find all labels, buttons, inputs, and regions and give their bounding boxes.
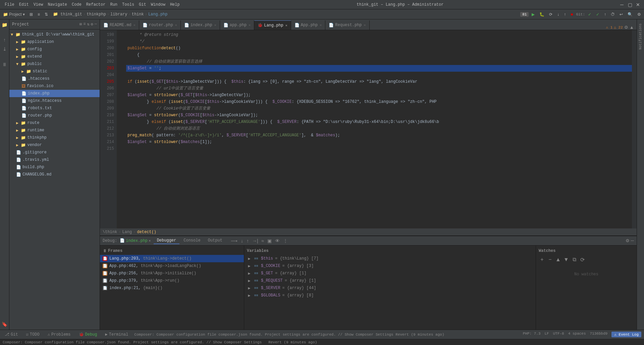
menu-edit[interactable]: Edit (17, 2, 31, 8)
git-rollback[interactable]: ↩ (618, 11, 625, 18)
watch-copy[interactable]: ⧉ (571, 256, 578, 263)
var-cookie-expand[interactable]: ▶ (247, 264, 252, 268)
debug-evaluate[interactable]: ≈ (261, 237, 265, 244)
settings-button[interactable]: ⚙ (636, 11, 643, 18)
tab-request-close[interactable]: ✕ (364, 23, 366, 27)
bottom-debug[interactable]: 🐞 Debug (77, 331, 99, 338)
frame-4[interactable]: 📄 index.php:21, {main}() (100, 284, 244, 292)
menu-code[interactable]: Code (70, 2, 84, 8)
tab-lang[interactable]: 🐞 Lang.php ✕ (254, 20, 291, 30)
panel-sort-icon[interactable]: ⇅ (87, 22, 89, 27)
search-everywhere[interactable]: 🔍 (626, 11, 634, 18)
tab-index-close[interactable]: ✕ (214, 23, 216, 27)
tab-readme-close[interactable]: ✕ (133, 23, 136, 27)
var-get-expand[interactable]: ▶ (247, 271, 252, 276)
menu-git[interactable]: Git (137, 2, 148, 8)
debug-close-icon[interactable]: ✕ (149, 238, 151, 243)
menu-tools[interactable]: Tools (120, 2, 136, 8)
menu-file[interactable]: File (3, 2, 16, 8)
tree-item[interactable]: ▶ 📁static (9, 68, 100, 75)
var-this-expand[interactable]: ▶ (247, 256, 252, 261)
editor-expand[interactable]: ▲ (630, 25, 634, 30)
debug-tab-debugger[interactable]: Debugger (154, 237, 180, 244)
code-line[interactable]: $langSet = strtolower($_COOKIE[$this->la… (126, 112, 632, 119)
frame-1[interactable]: 📄 App.php:462, think\App->loadLangPack() (100, 262, 244, 270)
tree-item[interactable]: ▼ 📁think_git D:\var\www\think_git (9, 31, 100, 38)
debug-step-out[interactable]: ↑ (246, 237, 250, 244)
breadcrumb-thinkphp[interactable]: thinkphp (87, 12, 106, 17)
tree-item[interactable]: 📄CHANGELOG.md (9, 171, 100, 178)
tree-item[interactable]: 📄index.php (9, 90, 100, 97)
var-server[interactable]: ▶ ≡≡ $_SERVER = {array} [44] (244, 284, 536, 292)
tree-item[interactable]: ▼ 📁public (9, 60, 100, 68)
tree-item[interactable]: 📄.htaccess (9, 75, 100, 82)
pull-requests-icon[interactable]: ⤓ (1, 45, 9, 53)
var-cookie[interactable]: ▶ ≡≡ $_COOKIE = {array} [3] (244, 262, 536, 270)
code-line[interactable]: preg_match( pattern: '/^([a-z\d\-]+)/i',… (126, 132, 632, 139)
panel-list-icon[interactable]: ≡ (83, 22, 86, 27)
var-request-expand[interactable]: ▶ (247, 278, 252, 283)
code-line[interactable]: $langSet = ''; (126, 65, 632, 72)
tab-router-close[interactable]: ✕ (175, 23, 177, 27)
tab-appphp-close[interactable]: ✕ (320, 23, 322, 27)
minimize-button[interactable]: ─ (619, 1, 625, 8)
watch-up[interactable]: ▲ (555, 256, 561, 263)
code-line[interactable]: // 自动侦测浏览器语言 (126, 125, 632, 132)
panel-minimize-icon[interactable]: ─ (95, 22, 97, 27)
breadcrumb-library[interactable]: library (110, 12, 127, 17)
tab-app-close[interactable]: ✕ (249, 23, 251, 27)
debug-watch-btn[interactable]: 👁 (274, 237, 281, 244)
panel-settings-icon[interactable]: ⚙ (91, 22, 93, 27)
tab-app[interactable]: 📄 app.php ✕ (220, 20, 254, 30)
breadcrumb-root[interactable]: 📁 think_git (53, 12, 82, 17)
frame-3[interactable]: 📄 App.php:379, think\App->run() (100, 277, 244, 284)
step-out-button[interactable]: ↑ (562, 11, 568, 18)
git-history[interactable]: ⏱ (609, 11, 616, 18)
tree-item[interactable]: ▶ 📁runtime (9, 127, 100, 134)
close-button[interactable]: ✕ (635, 1, 641, 8)
tab-request[interactable]: 📄 Request.php ✕ (325, 20, 369, 30)
panel-expand-icon[interactable]: ⊞ (79, 22, 82, 27)
code-line[interactable]: $langSet = strtolower($_GET[$this->langD… (126, 92, 632, 98)
menu-bar[interactable]: File Edit View Navigate Code Refactor Ru… (3, 2, 182, 8)
commit-icon[interactable]: ↑ (1, 36, 9, 44)
code-line[interactable]: */ (126, 38, 632, 45)
tree-item[interactable]: 📄router.php (9, 112, 100, 119)
menu-navigate[interactable]: Navigate (46, 2, 69, 8)
tab-readme[interactable]: 📄 README.md ✕ (100, 20, 139, 30)
bottom-git[interactable]: ⎇ Git (3, 331, 20, 338)
tree-item[interactable]: 📄.gitignore (9, 149, 100, 156)
code-line[interactable]: // url中设置了语言变量 (126, 85, 632, 92)
bottom-terminal[interactable]: ▶ Terminal (103, 331, 130, 338)
var-this[interactable]: ▶ ≡≡ $this = {think\Lang} [7] (244, 255, 536, 262)
tree-item[interactable]: 📄robots.txt (9, 105, 100, 112)
code-line[interactable]: // Cookie中设置了语言变量 (126, 105, 632, 112)
var-server-expand[interactable]: ▶ (247, 286, 252, 290)
tab-appphp[interactable]: 📄 App.php ✕ (291, 20, 325, 30)
menu-run[interactable]: Run (108, 2, 119, 8)
frame-0[interactable]: 📄 Lang.php:203, think\Lang->detect() (100, 255, 244, 262)
toolbar-sort[interactable]: ⇅ (43, 11, 50, 18)
breadcrumb-current[interactable]: Lang.php (148, 12, 168, 17)
code-line[interactable]: public function detect() (126, 45, 632, 52)
run-button[interactable]: ▶ (530, 11, 536, 18)
editor-settings[interactable]: ⚙ (624, 25, 628, 30)
var-globals-expand[interactable]: ▶ (247, 293, 252, 298)
tree-item[interactable]: 📄nginx.htaccess (9, 97, 100, 105)
code-line[interactable]: // 自动侦测设置获取语言选择 (126, 58, 632, 65)
debug-minimize[interactable]: ─ (631, 238, 634, 243)
debug-run-button[interactable]: 🐛 (538, 11, 546, 18)
step-into-button[interactable]: ↓ (555, 11, 561, 18)
project-dropdown[interactable]: 📁 Project ▾ (1, 11, 26, 18)
window-controls[interactable]: ─ ▢ ✕ (619, 1, 641, 8)
event-log-button[interactable]: ⚠ Event Log (611, 332, 641, 337)
debug-step-into[interactable]: ↓ (240, 237, 244, 244)
watch-remove[interactable]: − (547, 256, 553, 263)
code-line[interactable]: * @return string (126, 31, 632, 38)
tab-router[interactable]: 📄 router.php ✕ (139, 20, 181, 30)
tree-item[interactable]: 🖼favicon.ico (9, 82, 100, 90)
debug-tab-output[interactable]: Output (205, 237, 226, 244)
code-line[interactable] (126, 72, 632, 78)
menu-window[interactable]: Window (149, 2, 167, 8)
step-over-button[interactable]: ⟳ (547, 11, 554, 18)
